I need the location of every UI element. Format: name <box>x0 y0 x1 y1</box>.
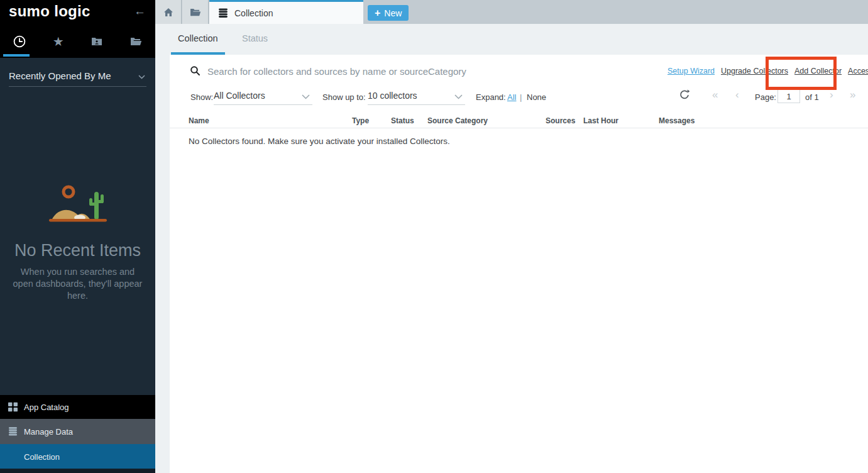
content-gutter <box>155 55 170 473</box>
column-header-messages: Messages <box>659 116 695 125</box>
search-icon <box>190 65 201 76</box>
expand-label: Expand: <box>476 92 506 102</box>
column-header-name: Name <box>189 116 209 125</box>
next-page-button[interactable]: › <box>830 89 833 100</box>
top-tab-bar: Collection + New <box>155 0 868 24</box>
open-folder-icon <box>130 36 142 47</box>
previous-page-button[interactable]: ‹ <box>735 89 739 100</box>
show-up-to-dropdown[interactable]: 10 collectors <box>368 88 465 105</box>
home-icon <box>163 8 173 17</box>
new-button-label: New <box>384 9 402 18</box>
section-title: Recently Opened By Me <box>9 70 111 81</box>
setup-wizard-link[interactable]: Setup Wizard <box>667 67 715 75</box>
column-header-source-category: Source Category <box>427 116 488 125</box>
add-collector-link[interactable]: Add Collector <box>794 67 842 75</box>
refresh-icon[interactable] <box>679 89 689 100</box>
page-number-input[interactable] <box>777 89 800 103</box>
new-button[interactable]: + New <box>368 5 409 21</box>
collapse-sidebar-icon[interactable]: ← <box>134 4 146 18</box>
chevron-down-icon <box>302 94 310 99</box>
personal-folder-icon <box>91 36 102 47</box>
active-nav-underline <box>3 54 30 57</box>
sidebar-item-label: App Catalog <box>24 403 69 412</box>
recents-tab[interactable] <box>0 25 39 58</box>
action-links: Setup Wizard Upgrade Collectors Add Coll… <box>667 67 868 75</box>
favorites-tab[interactable]: ★ <box>39 25 78 58</box>
show-up-to-dropdown-value: 10 collectors <box>368 91 417 101</box>
show-dropdown-value: All Collectors <box>214 91 265 101</box>
upgrade-collectors-link[interactable]: Upgrade Collectors <box>721 67 788 75</box>
database-icon <box>218 8 228 18</box>
column-header-status: Status <box>391 116 414 125</box>
subtab-status[interactable]: Status <box>242 33 268 43</box>
no-recent-items-title: No Recent Items <box>0 241 155 260</box>
last-page-button[interactable]: » <box>850 89 855 100</box>
library-tab[interactable] <box>116 25 155 58</box>
show-label: Show: <box>190 92 213 102</box>
sidebar-item-manage-data[interactable]: Manage Data <box>0 419 155 444</box>
column-header-type: Type <box>352 116 369 125</box>
sidebar-item-partial <box>0 469 155 473</box>
sidebar-item-app-catalog[interactable]: App Catalog <box>0 395 155 419</box>
sidebar-item-label: Collection <box>24 452 60 461</box>
expand-none-link[interactable]: None <box>527 92 546 102</box>
clock-icon <box>13 35 26 48</box>
access-keys-link[interactable]: Access Keys <box>848 67 868 75</box>
sidebar: sumo logic ← ★ Recently <box>0 0 155 473</box>
first-page-button[interactable]: « <box>712 89 718 100</box>
home-button[interactable] <box>155 0 182 24</box>
database-icon <box>8 427 18 437</box>
subtab-bar: Collection Status <box>155 24 868 55</box>
sidebar-nav-icons: ★ <box>0 25 155 58</box>
search-input[interactable] <box>207 62 610 80</box>
show-up-to-label: Show up to: <box>322 92 366 102</box>
separator: | <box>520 92 522 102</box>
plus-icon: + <box>375 8 380 18</box>
sumo-logic-logo: sumo logic <box>9 3 91 20</box>
open-folder-icon <box>190 8 201 17</box>
expand-all-link[interactable]: All <box>507 92 516 102</box>
sidebar-logo-row: sumo logic ← <box>0 0 155 25</box>
tab-title: Collection <box>234 8 273 18</box>
chevron-down-icon <box>454 94 463 99</box>
sidebar-item-collection-selected[interactable]: Collection <box>0 444 155 469</box>
sidebar-item-label: Manage Data <box>24 427 73 437</box>
personal-folder-tab[interactable] <box>78 25 117 58</box>
collection-panel: Setup Wizard Upgrade Collectors Add Coll… <box>170 55 868 473</box>
column-header-sources: Sources <box>546 116 575 125</box>
chevron-down-icon <box>138 75 145 79</box>
show-dropdown[interactable]: All Collectors <box>214 88 312 105</box>
library-folder-button[interactable] <box>182 0 209 24</box>
column-header-last-hour: Last Hour <box>583 116 618 125</box>
empty-state-message: No Collectors found. Make sure you activ… <box>189 136 450 146</box>
no-recent-items-description: When you run searches and open dashboard… <box>10 266 145 302</box>
table-header-row: Name Type Status Source Category Sources… <box>170 115 868 128</box>
desert-illustration <box>40 181 116 231</box>
recently-opened-dropdown[interactable]: Recently Opened By Me <box>9 68 146 87</box>
page-total: of 1 <box>805 92 819 102</box>
star-icon: ★ <box>53 35 64 48</box>
page-label: Page: <box>755 92 776 102</box>
grid-icon <box>8 403 18 412</box>
subtab-collection[interactable]: Collection <box>178 33 218 43</box>
collection-tab[interactable]: Collection <box>209 0 363 24</box>
